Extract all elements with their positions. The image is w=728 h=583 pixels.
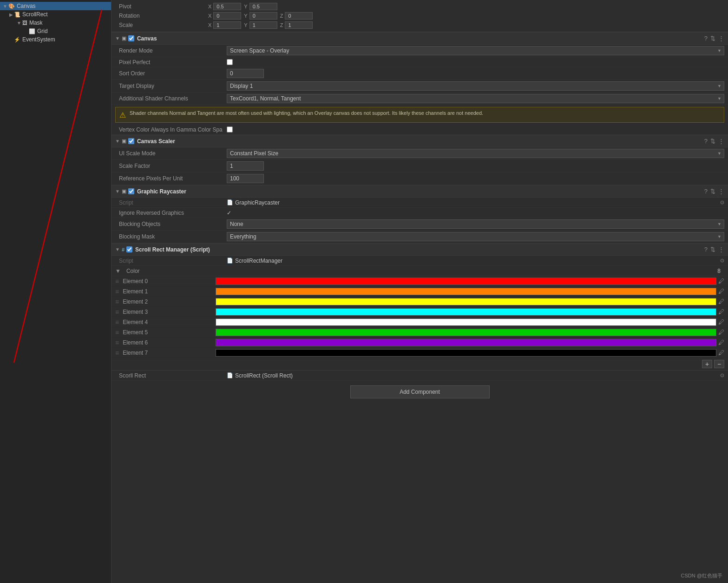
vertex-color-row: Vertex Color Always In Gamma Color Spa <box>111 125 728 135</box>
canvas-scaler-enable-checkbox[interactable] <box>128 138 134 144</box>
color-swatch-0[interactable] <box>216 278 716 285</box>
color-element-label: Element 3 <box>123 309 216 315</box>
additional-channels-select[interactable]: TexCoord1, Normal, Tangent <box>227 94 724 103</box>
scale-z-input[interactable] <box>285 21 313 29</box>
canvas-label: Canvas <box>17 3 36 9</box>
hierarchy-mask[interactable]: ▼ 🖼 Mask <box>0 19 111 27</box>
canvas-scaler-header: ▼ ▣ Canvas Scaler ? ⇅ ⋮ <box>111 135 728 147</box>
vertex-color-checkbox[interactable] <box>227 126 233 132</box>
mask-icon: 🖼 <box>22 20 27 26</box>
hierarchy-eventsystem[interactable]: ▶ ⚡ EventSystem <box>0 35 111 44</box>
color-swatch-6[interactable] <box>216 339 716 346</box>
canvas-scaler-toggle[interactable]: ▼ <box>115 139 120 144</box>
canvas-overflow-icon[interactable]: ⋮ <box>718 35 724 42</box>
color-swatch-4[interactable] <box>216 318 716 326</box>
srm-enable-checkbox[interactable] <box>126 246 132 252</box>
srm-script-file-icon: 📄 <box>227 258 233 264</box>
canvas-component: ▼ ▣ Canvas ? ⇅ ⋮ Render Mode Screen Spac… <box>111 32 728 135</box>
scale-y-input[interactable] <box>249 21 277 29</box>
srm-script-label: Script <box>115 258 227 264</box>
color-expand-arrow[interactable]: ▼ <box>115 268 121 274</box>
hierarchy-canvas[interactable]: ▼ 🎨 Canvas <box>0 2 111 10</box>
pixel-perfect-checkbox[interactable] <box>227 59 233 65</box>
gr-script-label: Script <box>115 199 227 206</box>
scale-x-field: X <box>208 21 241 29</box>
color-picker-icon-1[interactable]: 🖊 <box>718 288 724 295</box>
target-display-select[interactable]: Display 1 <box>227 81 724 91</box>
render-mode-select[interactable]: Screen Space - Overlay <box>227 46 724 55</box>
ui-scale-select[interactable]: Constant Pixel Size <box>227 149 724 158</box>
color-swatch-1[interactable] <box>216 288 716 295</box>
canvas-scaler-overflow-icon[interactable]: ⋮ <box>718 138 724 145</box>
color-element-label: Element 2 <box>123 298 216 305</box>
blocking-objects-select[interactable]: None <box>227 219 724 229</box>
color-picker-icon-5[interactable]: 🖊 <box>718 329 724 336</box>
color-swatch-3[interactable] <box>216 308 716 316</box>
warning-icon: ⚠ <box>119 111 126 119</box>
ui-scale-row: UI Scale Mode Constant Pixel Size <box>111 147 728 160</box>
drag-handle-icon[interactable]: ≡ <box>115 349 119 357</box>
color-picker-icon-7[interactable]: 🖊 <box>718 349 724 356</box>
scroll-rect-ref-text: ScrollRect (Scroll Rect) <box>235 372 293 379</box>
remove-element-button[interactable]: − <box>714 360 724 368</box>
srm-settings-icon[interactable]: ⇅ <box>710 246 715 253</box>
blocking-objects-label: Blocking Objects <box>115 221 227 227</box>
color-picker-icon-2[interactable]: 🖊 <box>718 298 724 305</box>
graphic-raycaster-help-icon[interactable]: ? <box>704 188 708 195</box>
color-swatch-5[interactable] <box>216 329 716 336</box>
color-picker-icon-3[interactable]: 🖊 <box>718 308 724 315</box>
pivot-y-label: Y <box>244 4 247 9</box>
ref-pixels-input[interactable] <box>227 174 264 183</box>
hierarchy-scrollrect[interactable]: ▶ 📜 ScrollRect <box>0 10 111 19</box>
pivot-row: Pivot X Y <box>115 2 724 11</box>
graphic-raycaster-overflow-icon[interactable]: ⋮ <box>718 188 724 195</box>
rotation-x-input[interactable] <box>213 12 241 20</box>
canvas-settings-icon[interactable]: ⇅ <box>710 35 715 42</box>
drag-handle-icon[interactable]: ≡ <box>115 308 119 316</box>
srm-overflow-icon[interactable]: ⋮ <box>718 246 724 253</box>
drag-handle-icon[interactable]: ≡ <box>115 318 119 326</box>
additional-channels-dropdown-wrap: TexCoord1, Normal, Tangent <box>227 94 724 103</box>
pivot-x-input[interactable] <box>213 3 241 10</box>
color-picker-icon-0[interactable]: 🖊 <box>718 278 724 285</box>
drag-handle-icon[interactable]: ≡ <box>115 329 119 336</box>
rotation-z-input[interactable] <box>285 12 313 20</box>
rotation-y-input[interactable] <box>249 12 277 20</box>
drag-handle-icon[interactable]: ≡ <box>115 288 119 295</box>
color-element-row: ≡ Element 6 🖊 <box>111 338 728 348</box>
srm-script-target-icon[interactable]: ⊙ <box>720 258 724 264</box>
gr-script-target-icon[interactable]: ⊙ <box>720 199 724 205</box>
scroll-rect-target-icon[interactable]: ⊙ <box>720 372 724 378</box>
watermark: CSDN @红色猫手 <box>681 572 722 579</box>
add-component-button[interactable]: Add Component <box>350 385 490 398</box>
canvas-help-icon[interactable]: ? <box>704 35 708 42</box>
blocking-objects-row: Blocking Objects None <box>111 218 728 231</box>
canvas-scaler-settings-icon[interactable]: ⇅ <box>710 138 715 145</box>
scale-factor-input[interactable] <box>227 161 264 171</box>
srm-toggle[interactable]: ▼ <box>115 247 120 252</box>
canvas-toggle-arrow[interactable]: ▼ <box>115 36 120 41</box>
color-swatch-2[interactable] <box>216 298 716 305</box>
graphic-raycaster-enable-checkbox[interactable] <box>128 188 134 194</box>
color-picker-icon-6[interactable]: 🖊 <box>718 339 724 346</box>
drag-handle-icon[interactable]: ≡ <box>115 278 119 285</box>
sort-order-input[interactable] <box>227 69 264 78</box>
hierarchy-grid[interactable]: ▶ ⬜ Grid <box>0 27 111 35</box>
scale-x-input[interactable] <box>213 21 241 29</box>
canvas-header: ▼ ▣ Canvas ? ⇅ ⋮ <box>111 33 728 45</box>
drag-handle-icon[interactable]: ≡ <box>115 298 119 305</box>
scrollrect-icon: 📜 <box>14 12 20 18</box>
color-picker-icon-4[interactable]: 🖊 <box>718 318 724 325</box>
srm-help-icon[interactable]: ? <box>704 246 708 253</box>
srm-title: Scroll Rect Manager (Script) <box>135 246 704 253</box>
add-element-button[interactable]: + <box>702 360 712 368</box>
graphic-raycaster-toggle[interactable]: ▼ <box>115 189 120 194</box>
pivot-y-input[interactable] <box>249 3 277 10</box>
color-swatch-7[interactable] <box>216 349 716 357</box>
drag-handle-icon[interactable]: ≡ <box>115 339 119 346</box>
graphic-raycaster-settings-icon[interactable]: ⇅ <box>710 188 715 195</box>
canvas-enable-checkbox[interactable] <box>128 35 134 41</box>
blocking-mask-select[interactable]: Everything <box>227 232 724 241</box>
render-mode-dropdown-wrap: Screen Space - Overlay <box>227 46 724 55</box>
canvas-scaler-help-icon[interactable]: ? <box>704 138 708 145</box>
